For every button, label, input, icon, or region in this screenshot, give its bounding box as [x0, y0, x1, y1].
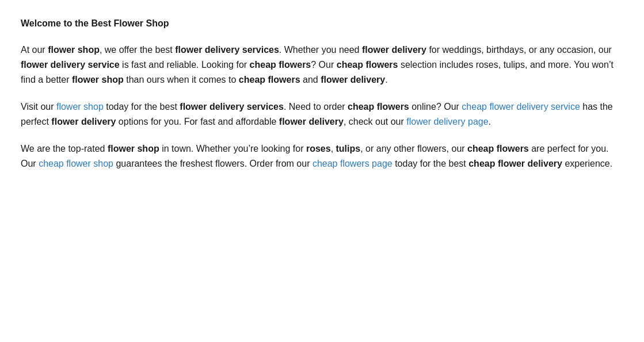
bold-flower-delivery-services-1: flower delivery services — [175, 45, 279, 55]
paragraph-3: We are the top-rated flower shop in town… — [21, 141, 623, 172]
bold-cheap-flowers-2: cheap flowers — [337, 60, 398, 70]
bold-cheap-flowers-5: cheap flowers — [467, 144, 529, 153]
bold-roses: roses — [306, 144, 331, 153]
link-flower-delivery-page[interactable]: flower delivery page — [406, 117, 488, 126]
bold-flower-delivery-services-2: flower delivery services — [180, 102, 284, 112]
link-cheap-flower-shop[interactable]: cheap flower shop — [39, 159, 113, 168]
bold-cheap-flowers-4: cheap flowers — [348, 102, 409, 112]
link-flower-shop[interactable]: flower shop — [56, 102, 104, 112]
bold-cheap-flowers-1: cheap flowers — [250, 60, 311, 70]
bold-flower-shop-1: flower shop — [48, 45, 100, 55]
bold-flower-delivery-1: flower delivery — [362, 45, 426, 55]
paragraph-2: Visit our flower shop today for the best… — [21, 99, 623, 130]
bold-flower-delivery-service-1: flower delivery service — [21, 60, 120, 70]
bold-flower-shop-2: flower shop — [72, 75, 124, 84]
bold-flower-shop-3: flower shop — [108, 144, 159, 153]
content-wrapper: Welcome to the Best Flower Shop At our f… — [21, 16, 623, 171]
bold-cheap-flowers-3: cheap flowers — [239, 75, 300, 84]
link-cheap-flowers-page[interactable]: cheap flowers page — [313, 159, 393, 168]
bold-tulips: tulips — [336, 144, 361, 153]
bold-flower-delivery-3: flower delivery — [51, 117, 116, 126]
bold-cheap-flower-delivery: cheap flower delivery — [468, 159, 562, 168]
link-cheap-flower-delivery-service[interactable]: cheap flower delivery service — [462, 102, 580, 112]
bold-flower-delivery-4: flower delivery — [279, 117, 344, 126]
paragraph-1: At our flower shop, we offer the best fl… — [21, 43, 623, 88]
page-title: Welcome to the Best Flower Shop — [21, 16, 623, 31]
bold-flower-delivery-2: flower delivery — [321, 75, 385, 84]
